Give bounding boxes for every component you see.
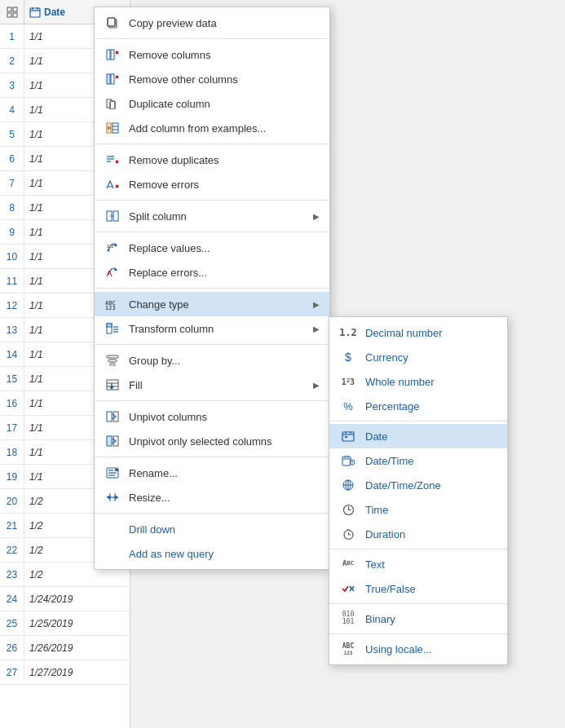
svg-rect-16: [111, 74, 114, 84]
remove-duplicates-item[interactable]: Remove duplicates: [95, 148, 329, 172]
datetimezone-icon: [339, 479, 357, 491]
svg-rect-0: [7, 7, 11, 11]
remove-columns-label: Remove columns: [129, 49, 320, 61]
row-number: 7: [0, 171, 24, 196]
svg-marker-57: [109, 386, 114, 390]
datetime-icon: [339, 455, 357, 466]
svg-rect-58: [107, 412, 112, 421]
svg-rect-4: [30, 8, 40, 17]
row-date-value: 1/27/2019: [24, 667, 130, 678]
copy-icon: [104, 16, 121, 29]
remove-other-columns-item[interactable]: Remove other columns: [95, 67, 329, 91]
remove-errors-icon: [104, 179, 121, 190]
change-type-label: Change type: [129, 298, 305, 311]
transform-column-label: Transform column: [129, 323, 305, 335]
split-col-icon: [104, 210, 121, 222]
calendar-header-icon: [29, 7, 41, 18]
svg-rect-9: [108, 18, 115, 26]
replace-vals-icon: 1 2: [104, 242, 121, 254]
date-label: Date: [365, 430, 497, 443]
using-locale-item[interactable]: ABC 123 Using locale...: [329, 637, 507, 661]
decimal-number-item[interactable]: 1.2 Decimal number: [329, 320, 507, 345]
svg-rect-60: [107, 436, 112, 446]
datetime-item[interactable]: Date/Time: [329, 448, 507, 473]
percentage-label: Percentage: [365, 400, 497, 413]
svg-rect-76: [345, 436, 347, 438]
rename-icon: [104, 467, 121, 479]
resize-item[interactable]: Resize...: [95, 485, 329, 510]
row-number: 2: [0, 49, 24, 73]
percentage-item[interactable]: % Percentage: [329, 394, 507, 418]
submenu-divider-1: [329, 421, 507, 421]
unpivot-columns-label: Unpivot columns: [129, 411, 320, 423]
text-item[interactable]: ABC Text: [329, 552, 507, 576]
row-date-value: 1/2: [24, 569, 130, 580]
remove-errors-item[interactable]: Remove errors: [95, 172, 329, 196]
svg-rect-72: [342, 432, 354, 441]
whole-number-label: Whole number: [365, 376, 497, 388]
remove-other-cols-icon: [104, 73, 121, 85]
transform-column-item[interactable]: Transform column ▶: [95, 316, 329, 341]
unpivot-only-selected-item[interactable]: Unpivot only selected columns: [95, 429, 329, 453]
time-item[interactable]: Time: [329, 497, 507, 522]
fill-item[interactable]: Fill ▶: [95, 373, 329, 397]
row-number: 11: [0, 269, 24, 293]
divider-1: [95, 38, 329, 39]
svg-text:2: 2: [111, 244, 114, 249]
dollar-icon: $: [339, 351, 357, 364]
add-column-from-examples-item[interactable]: Add column from examples...: [95, 116, 329, 140]
svg-text:123: 123: [105, 305, 116, 310]
row-number: 16: [0, 391, 24, 416]
rename-item[interactable]: Rename...: [95, 461, 329, 485]
replace-errors-label: Replace errors...: [129, 267, 320, 279]
using-locale-icon: ABC 123: [339, 642, 357, 655]
row-num-header: [0, 0, 24, 24]
decimal-icon: 1.2: [339, 327, 357, 338]
change-type-item[interactable]: ABC 123 Change type ▶: [95, 292, 329, 316]
divider-8: [95, 457, 329, 457]
change-type-arrow: ▶: [313, 300, 320, 309]
remove-columns-item[interactable]: Remove columns: [95, 42, 329, 67]
binary-item[interactable]: 010 101 Binary: [329, 607, 507, 631]
row-number: 14: [0, 342, 24, 367]
duration-item[interactable]: Duration: [329, 522, 507, 546]
unpivot-columns-item[interactable]: Unpivot columns: [95, 404, 329, 429]
add-as-new-query-item[interactable]: Add as new query: [95, 541, 329, 566]
divider-5: [95, 288, 329, 289]
row-number: 22: [0, 538, 24, 563]
currency-item[interactable]: $ Currency: [329, 345, 507, 369]
row-number: 24: [0, 587, 24, 611]
true-false-item[interactable]: True/False: [329, 576, 507, 601]
duplicate-column-item[interactable]: Duplicate column: [95, 91, 329, 116]
svg-marker-43: [114, 267, 117, 271]
row-number: 21: [0, 514, 24, 538]
text-label: Text: [365, 558, 497, 571]
date-item[interactable]: Date: [329, 424, 507, 448]
drill-down-label: Drill down: [129, 523, 320, 536]
svg-marker-39: [114, 243, 117, 246]
svg-rect-52: [108, 360, 117, 362]
row-number: 15: [0, 367, 24, 391]
divider-7: [95, 400, 329, 401]
percent-icon: %: [339, 400, 357, 413]
resize-icon: [104, 492, 121, 503]
remove-other-columns-label: Remove other columns: [129, 73, 320, 86]
replace-errors-icon: [104, 267, 121, 278]
svg-rect-3: [13, 13, 17, 17]
unpivot-selected-icon: [104, 435, 121, 447]
replace-values-item[interactable]: 1 2 Replace values...: [95, 236, 329, 260]
datetimezone-item[interactable]: Date/Time/Zone: [329, 473, 507, 497]
row-date-value: 1/26/2019: [24, 642, 130, 654]
drill-down-item[interactable]: Drill down: [95, 517, 329, 541]
copy-preview-item[interactable]: Copy preview data: [95, 11, 329, 35]
svg-rect-66: [115, 469, 118, 471]
replace-errors-item[interactable]: Replace errors...: [95, 260, 329, 285]
group-by-item[interactable]: Group by...: [95, 348, 329, 373]
true-false-label: True/False: [365, 583, 497, 595]
split-column-item[interactable]: Split column ▶: [95, 204, 329, 228]
row-number: 12: [0, 293, 24, 318]
unpivot-only-selected-label: Unpivot only selected columns: [129, 435, 320, 448]
change-type-icon: ABC 123: [104, 298, 121, 310]
table-row: 261/26/2019: [0, 636, 130, 660]
whole-number-item[interactable]: 123 Whole number: [329, 369, 507, 394]
